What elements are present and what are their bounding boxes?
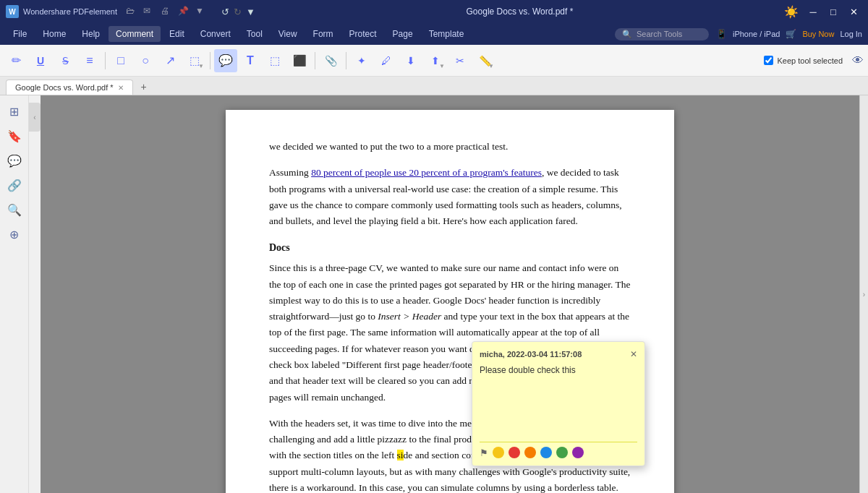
menu-protect[interactable]: Protect — [342, 26, 384, 42]
redo-btn[interactable]: ↻ — [234, 7, 242, 17]
content-area[interactable]: we decided we wanted to put the two to a… — [41, 95, 859, 493]
menu-view[interactable]: View — [271, 26, 305, 42]
panel-search-icon[interactable]: 🔍 — [4, 200, 25, 220]
tab-close-icon[interactable]: ✕ — [118, 84, 124, 92]
restore-btn[interactable]: □ — [825, 5, 842, 18]
tab-label: Google Docs vs. Word.pdf * — [15, 83, 114, 92]
search-box[interactable]: 🔍 — [615, 28, 709, 40]
menubar: File Home Help Comment Edit Convert Tool… — [0, 23, 868, 45]
color-purple[interactable] — [572, 447, 584, 458]
textbox-tool-btn[interactable]: ⬚ — [263, 49, 286, 72]
panel-layers-icon[interactable]: ⊕ — [4, 224, 25, 244]
para-1: Assuming 80 percent of people use 20 per… — [269, 165, 631, 229]
close-btn[interactable]: ✕ — [845, 5, 862, 18]
comment-body[interactable]: Please double check this — [480, 364, 637, 436]
cart-icon: 🛒 — [786, 29, 796, 39]
measure-tool-btn[interactable]: 📏▼ — [473, 49, 496, 72]
panel-comment-icon[interactable]: 💬 — [4, 150, 25, 171]
highlight-tool-btn[interactable]: ✦ — [350, 49, 373, 72]
left-panel-collapse[interactable]: ‹ — [29, 103, 41, 132]
menu-page[interactable]: Page — [386, 26, 420, 42]
tab-add-btn[interactable]: + — [136, 79, 152, 95]
main-area: ⊞ 🔖 💬 🔗 🔍 ⊕ ‹ we decided we wanted to pu… — [0, 95, 868, 493]
underline-tool-btn[interactable]: U — [29, 49, 52, 72]
pen-tool-btn[interactable]: ✏ — [4, 49, 27, 72]
list-tool-btn[interactable]: ≡ — [78, 49, 101, 72]
app-name: Wondershare PDFelement — [23, 7, 117, 16]
comment-flag-icon[interactable]: ⚑ — [480, 447, 488, 458]
sign-upload-btn[interactable]: ⬆▼ — [424, 49, 447, 72]
circle-tool-btn[interactable]: ○ — [134, 49, 157, 72]
sep3 — [315, 52, 315, 69]
menu-help[interactable]: Help — [75, 26, 107, 42]
undo-btn[interactable]: ↺ — [221, 7, 229, 17]
color-green[interactable] — [556, 447, 568, 458]
keep-tool-group: Keep tool selected 👁 — [764, 54, 864, 67]
panel-thumbnail-icon[interactable]: ⊞ — [4, 101, 25, 121]
tabbar: Google Docs vs. Word.pdf * ✕ + — [0, 77, 868, 95]
more-btn[interactable]: ▼ — [246, 7, 255, 17]
color-yellow[interactable] — [493, 447, 504, 458]
attach-tool-btn[interactable]: 📎 — [319, 49, 342, 72]
sep2 — [210, 52, 210, 69]
login-btn[interactable]: Log In — [840, 30, 862, 38]
device-label[interactable]: iPhone / iPad — [733, 30, 780, 38]
dropdown-arrow[interactable]: ▼ — [195, 6, 207, 17]
right-panel: › — [859, 95, 868, 493]
comment-popup: micha, 2022-03-04 11:57:08 ✕ Please doub… — [472, 341, 645, 466]
text-tool-btn[interactable]: T — [239, 49, 262, 72]
stamp-tool-btn[interactable]: 🖊 — [375, 49, 398, 72]
menu-home[interactable]: Home — [35, 26, 73, 42]
menu-template[interactable]: Template — [422, 26, 472, 42]
app-logo: W Wondershare PDFelement — [6, 5, 117, 18]
doc-title: Google Docs vs. Word.pdf * — [255, 7, 784, 17]
pin-icon[interactable]: 📌 — [178, 6, 190, 17]
eye-icon[interactable]: 👁 — [852, 54, 864, 67]
pdf-page: we decided we wanted to put the two to a… — [226, 110, 674, 493]
color-orange[interactable] — [524, 447, 536, 458]
menu-tool[interactable]: Tool — [239, 26, 270, 42]
comment-author: micha, 2022-03-04 11:57:08 — [480, 350, 582, 359]
para-0: we decided we wanted to put the two to a… — [269, 139, 631, 155]
textlabel-tool-btn[interactable]: ⬛ — [288, 49, 311, 72]
sep4 — [346, 52, 346, 69]
arrow-tool-btn[interactable]: ↗ — [158, 49, 182, 72]
sign-down-btn[interactable]: ⬇ — [399, 49, 422, 72]
mail-icon[interactable]: ✉ — [143, 6, 155, 17]
menu-file[interactable]: File — [6, 26, 34, 42]
sun-icon: ☀️ — [784, 5, 799, 19]
toolbar: ✏ U S̶ ≡ □ ○ ↗ ⬚▼ 💬 T ⬚ ⬛ 📎 ✦ 🖊 ⬇ ⬆▼ ✂ 📏… — [0, 45, 868, 77]
docs-heading: Docs — [269, 239, 631, 256]
comment-header: micha, 2022-03-04 11:57:08 ✕ — [480, 349, 637, 359]
comment-footer: ⚑ — [480, 442, 637, 458]
right-menu: 📱 iPhone / iPad 🛒 Buy Now Log In — [716, 29, 862, 39]
comment-close-btn[interactable]: ✕ — [630, 349, 637, 359]
menu-form[interactable]: Form — [306, 26, 341, 42]
panel-bookmark-icon[interactable]: 🔖 — [4, 126, 25, 146]
right-panel-collapse[interactable]: › — [863, 291, 865, 299]
buy-now-btn[interactable]: Buy Now — [802, 30, 834, 38]
title-icons: 🗁 ✉ 🖨 📌 ▼ — [126, 6, 207, 17]
rect-tool-btn[interactable]: □ — [109, 49, 132, 72]
menu-convert[interactable]: Convert — [193, 26, 238, 42]
strikethrough-tool-btn[interactable]: S̶ — [54, 49, 77, 72]
highlighted-word: si — [397, 450, 404, 460]
link-80percent[interactable]: 80 percent of people use 20 percent of a… — [311, 167, 542, 178]
sep1 — [105, 52, 106, 69]
tab-main[interactable]: Google Docs vs. Word.pdf * ✕ — [6, 80, 133, 95]
minimize-btn[interactable]: ─ — [804, 5, 822, 18]
search-input[interactable] — [637, 30, 702, 38]
color-blue[interactable] — [540, 447, 552, 458]
window-controls: ─ □ ✕ — [804, 5, 862, 18]
color-red[interactable] — [509, 447, 520, 458]
callout-tool-btn[interactable]: ⬚▼ — [183, 49, 206, 72]
keep-tool-label: Keep tool selected — [777, 56, 843, 65]
folder-icon[interactable]: 🗁 — [126, 6, 137, 17]
keep-tool-checkbox[interactable] — [764, 56, 773, 65]
comment-tool-btn[interactable]: 💬 — [214, 49, 237, 72]
printer-icon[interactable]: 🖨 — [161, 6, 172, 17]
menu-comment[interactable]: Comment — [109, 26, 161, 42]
menu-edit[interactable]: Edit — [162, 26, 192, 42]
panel-link-icon[interactable]: 🔗 — [4, 175, 25, 195]
redact-tool-btn[interactable]: ✂ — [448, 49, 472, 72]
